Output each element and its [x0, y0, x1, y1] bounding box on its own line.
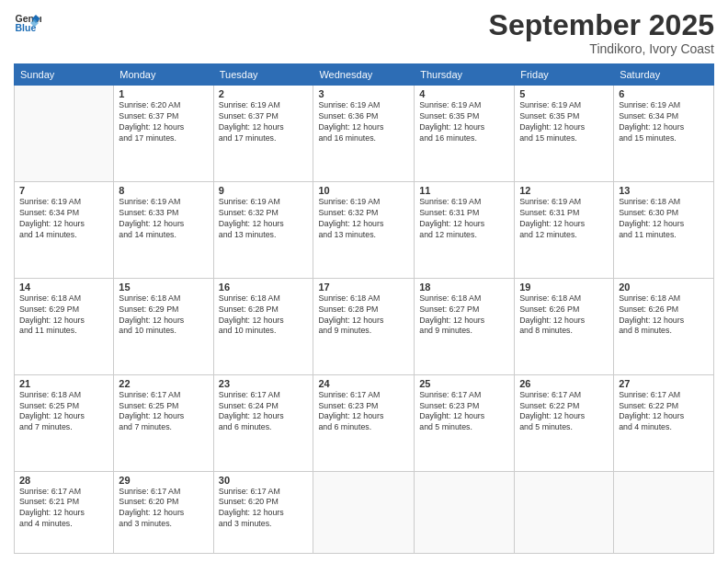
day-info: Sunrise: 6:20 AM Sunset: 6:37 PM Dayligh… — [119, 100, 208, 144]
table-cell: 18Sunrise: 6:18 AM Sunset: 6:27 PM Dayli… — [415, 278, 515, 374]
page: General Blue September 2025 Tindikoro, I… — [0, 0, 728, 563]
day-info: Sunrise: 6:18 AM Sunset: 6:26 PM Dayligh… — [519, 293, 609, 338]
day-number: 21 — [19, 378, 108, 389]
day-number: 22 — [119, 378, 208, 389]
table-cell: 22Sunrise: 6:17 AM Sunset: 6:25 PM Dayli… — [114, 374, 213, 471]
day-number: 16 — [219, 282, 309, 293]
day-info: Sunrise: 6:18 AM Sunset: 6:28 PM Dayligh… — [219, 293, 309, 338]
table-cell: 19Sunrise: 6:18 AM Sunset: 6:26 PM Dayli… — [515, 278, 614, 374]
day-number: 27 — [619, 378, 709, 389]
day-info: Sunrise: 6:17 AM Sunset: 6:20 PM Dayligh… — [219, 487, 309, 531]
table-cell: 11Sunrise: 6:19 AM Sunset: 6:31 PM Dayli… — [415, 182, 515, 279]
col-tuesday: Tuesday — [213, 64, 313, 86]
table-cell: 20Sunrise: 6:18 AM Sunset: 6:26 PM Dayli… — [614, 278, 714, 374]
day-number: 14 — [19, 282, 108, 293]
col-thursday: Thursday — [415, 64, 515, 86]
table-cell: 23Sunrise: 6:17 AM Sunset: 6:24 PM Dayli… — [213, 374, 313, 471]
table-cell: 2Sunrise: 6:19 AM Sunset: 6:37 PM Daylig… — [213, 86, 313, 182]
day-number: 9 — [219, 185, 309, 196]
table-cell: 14Sunrise: 6:18 AM Sunset: 6:29 PM Dayli… — [15, 278, 114, 374]
day-info: Sunrise: 6:18 AM Sunset: 6:29 PM Dayligh… — [119, 293, 208, 338]
table-cell — [614, 471, 714, 554]
table-cell: 21Sunrise: 6:18 AM Sunset: 6:25 PM Dayli… — [15, 374, 114, 471]
day-number: 2 — [219, 88, 309, 99]
day-number: 13 — [619, 185, 709, 196]
table-cell: 25Sunrise: 6:17 AM Sunset: 6:23 PM Dayli… — [415, 374, 515, 471]
table-cell: 9Sunrise: 6:19 AM Sunset: 6:32 PM Daylig… — [213, 182, 313, 279]
col-saturday: Saturday — [614, 64, 714, 86]
day-info: Sunrise: 6:18 AM Sunset: 6:27 PM Dayligh… — [419, 293, 509, 338]
table-cell: 17Sunrise: 6:18 AM Sunset: 6:28 PM Dayli… — [313, 278, 415, 374]
day-number: 23 — [219, 378, 309, 389]
day-info: Sunrise: 6:19 AM Sunset: 6:34 PM Dayligh… — [619, 100, 709, 144]
table-cell — [515, 471, 614, 554]
table-cell: 30Sunrise: 6:17 AM Sunset: 6:20 PM Dayli… — [213, 471, 313, 554]
header: General Blue September 2025 Tindikoro, I… — [14, 9, 714, 56]
col-friday: Friday — [515, 64, 614, 86]
day-number: 1 — [119, 88, 208, 99]
table-cell: 15Sunrise: 6:18 AM Sunset: 6:29 PM Dayli… — [114, 278, 213, 374]
day-info: Sunrise: 6:18 AM Sunset: 6:26 PM Dayligh… — [619, 293, 709, 338]
day-number: 17 — [318, 282, 409, 293]
day-number: 10 — [318, 185, 409, 196]
day-number: 7 — [19, 185, 108, 196]
table-cell: 13Sunrise: 6:18 AM Sunset: 6:30 PM Dayli… — [614, 182, 714, 279]
table-cell — [415, 471, 515, 554]
day-info: Sunrise: 6:18 AM Sunset: 6:30 PM Dayligh… — [619, 197, 709, 241]
day-info: Sunrise: 6:18 AM Sunset: 6:25 PM Dayligh… — [19, 390, 108, 434]
table-cell: 1Sunrise: 6:20 AM Sunset: 6:37 PM Daylig… — [114, 86, 213, 182]
day-number: 3 — [318, 88, 409, 99]
table-cell: 27Sunrise: 6:17 AM Sunset: 6:22 PM Dayli… — [614, 374, 714, 471]
table-cell — [15, 86, 114, 182]
day-number: 19 — [519, 282, 609, 293]
table-cell: 24Sunrise: 6:17 AM Sunset: 6:23 PM Dayli… — [313, 374, 415, 471]
title-block: September 2025 Tindikoro, Ivory Coast — [489, 9, 714, 56]
day-number: 11 — [419, 185, 509, 196]
day-number: 25 — [419, 378, 509, 389]
day-number: 8 — [119, 185, 208, 196]
day-number: 6 — [619, 88, 709, 99]
day-info: Sunrise: 6:17 AM Sunset: 6:22 PM Dayligh… — [619, 390, 709, 434]
table-cell: 29Sunrise: 6:17 AM Sunset: 6:20 PM Dayli… — [114, 471, 213, 554]
day-number: 18 — [419, 282, 509, 293]
day-info: Sunrise: 6:19 AM Sunset: 6:32 PM Dayligh… — [318, 197, 409, 241]
day-number: 20 — [619, 282, 709, 293]
day-number: 29 — [119, 475, 208, 486]
table-cell: 16Sunrise: 6:18 AM Sunset: 6:28 PM Dayli… — [213, 278, 313, 374]
day-info: Sunrise: 6:17 AM Sunset: 6:24 PM Dayligh… — [219, 390, 309, 434]
month-title: September 2025 — [489, 9, 714, 41]
day-info: Sunrise: 6:17 AM Sunset: 6:23 PM Dayligh… — [318, 390, 409, 434]
day-number: 4 — [419, 88, 509, 99]
table-cell: 3Sunrise: 6:19 AM Sunset: 6:36 PM Daylig… — [313, 86, 415, 182]
table-cell: 10Sunrise: 6:19 AM Sunset: 6:32 PM Dayli… — [313, 182, 415, 279]
day-info: Sunrise: 6:17 AM Sunset: 6:25 PM Dayligh… — [119, 390, 208, 434]
day-info: Sunrise: 6:19 AM Sunset: 6:31 PM Dayligh… — [419, 197, 509, 241]
day-info: Sunrise: 6:19 AM Sunset: 6:33 PM Dayligh… — [119, 197, 208, 241]
day-info: Sunrise: 6:17 AM Sunset: 6:21 PM Dayligh… — [19, 487, 108, 531]
table-cell: 26Sunrise: 6:17 AM Sunset: 6:22 PM Dayli… — [515, 374, 614, 471]
day-info: Sunrise: 6:18 AM Sunset: 6:29 PM Dayligh… — [19, 293, 108, 338]
calendar-table: Sunday Monday Tuesday Wednesday Thursday… — [14, 63, 714, 554]
day-number: 28 — [19, 475, 108, 486]
day-number: 12 — [519, 185, 609, 196]
col-wednesday: Wednesday — [313, 64, 415, 86]
day-info: Sunrise: 6:19 AM Sunset: 6:36 PM Dayligh… — [318, 100, 409, 144]
day-number: 15 — [119, 282, 208, 293]
table-cell: 4Sunrise: 6:19 AM Sunset: 6:35 PM Daylig… — [415, 86, 515, 182]
table-cell: 6Sunrise: 6:19 AM Sunset: 6:34 PM Daylig… — [614, 86, 714, 182]
day-number: 5 — [519, 88, 609, 99]
day-number: 24 — [318, 378, 409, 389]
table-cell — [313, 471, 415, 554]
table-cell: 5Sunrise: 6:19 AM Sunset: 6:35 PM Daylig… — [515, 86, 614, 182]
col-monday: Monday — [114, 64, 213, 86]
day-info: Sunrise: 6:17 AM Sunset: 6:20 PM Dayligh… — [119, 487, 208, 531]
col-sunday: Sunday — [15, 64, 114, 86]
day-number: 26 — [519, 378, 609, 389]
day-info: Sunrise: 6:19 AM Sunset: 6:35 PM Dayligh… — [419, 100, 509, 144]
day-info: Sunrise: 6:19 AM Sunset: 6:34 PM Dayligh… — [19, 197, 108, 241]
logo: General Blue — [14, 9, 41, 37]
day-info: Sunrise: 6:17 AM Sunset: 6:23 PM Dayligh… — [419, 390, 509, 434]
day-info: Sunrise: 6:19 AM Sunset: 6:32 PM Dayligh… — [219, 197, 309, 241]
table-cell: 8Sunrise: 6:19 AM Sunset: 6:33 PM Daylig… — [114, 182, 213, 279]
day-info: Sunrise: 6:19 AM Sunset: 6:31 PM Dayligh… — [519, 197, 609, 241]
